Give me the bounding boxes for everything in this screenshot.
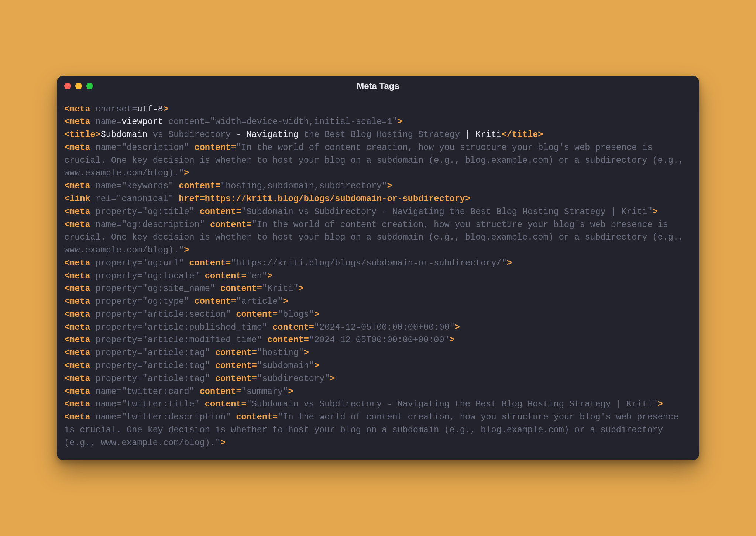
code-token: = [116, 386, 121, 396]
code-token: utf-8 [137, 104, 163, 114]
code-token: "keywords" [121, 181, 173, 191]
code-token: name [96, 220, 116, 230]
code-token: "2024-12-05T00:00:00+00:00" [309, 335, 450, 345]
code-token: <meta [64, 322, 96, 332]
code-token: content [184, 258, 226, 268]
code-line: <meta name="description" content="In the… [64, 141, 692, 180]
code-token: name [96, 412, 116, 422]
code-token: content [173, 181, 215, 191]
code-token: content [210, 348, 252, 358]
code-token: <meta [64, 296, 96, 306]
code-token: <meta [64, 142, 96, 152]
code-token: <meta [64, 181, 96, 191]
code-token: property [96, 374, 137, 384]
code-token: "twitter:title" [121, 399, 200, 409]
code-token: "twitter:description" [121, 412, 231, 422]
code-token: content [163, 117, 205, 127]
code-token: "og:site_name" [142, 284, 215, 293]
code-line: <meta name="keywords" content="hosting,s… [64, 180, 692, 193]
code-window: Meta Tags <meta charset=utf-8><meta name… [57, 76, 699, 461]
code-token: = [137, 207, 142, 217]
code-token: property [96, 309, 137, 319]
code-token: <meta [64, 335, 96, 345]
code-token: = [272, 412, 278, 422]
code-token: = [241, 271, 247, 281]
code-token: = [137, 271, 142, 281]
code-line: <meta property="article:tag" content="su… [64, 360, 692, 372]
code-token: "article:published_time" [142, 322, 267, 332]
code-token: content [231, 309, 272, 319]
code-token: > [184, 168, 189, 178]
code-token: "article:section" [142, 309, 231, 319]
code-token: <meta [64, 361, 96, 371]
code-token: content [267, 322, 309, 332]
code-line: <meta property="og:title" content="Subdo… [64, 206, 692, 219]
code-token: content [200, 271, 241, 281]
code-token: = [137, 361, 142, 371]
code-token: <title> [64, 130, 101, 140]
code-token: <meta [64, 117, 96, 127]
code-token: | [460, 130, 475, 140]
code-token: "article:modified_time" [142, 335, 262, 345]
code-token: <meta [64, 104, 96, 114]
code-token: "article:tag" [142, 348, 210, 358]
code-token: = [252, 374, 257, 384]
code-token: property [96, 322, 137, 332]
code-line: <meta property="og:type" content="articl… [64, 295, 692, 308]
code-token: "description" [121, 142, 189, 152]
code-token: = [236, 207, 241, 217]
code-token: > [283, 296, 288, 306]
code-token: "og:description" [121, 220, 205, 230]
code-token: Subdomain [101, 130, 148, 140]
code-token: "hosting,subdomain,subdirectory" [220, 181, 387, 191]
code-token: content [231, 412, 272, 422]
code-line: <meta property="article:published_time" … [64, 321, 692, 334]
code-token: "https://kriti.blog/blogs/subdomain-or-s… [231, 258, 506, 268]
code-token: = [200, 194, 205, 204]
code-token: = [116, 117, 121, 127]
code-token: https://kriti.blog/blogs/subdomain-or-su… [205, 194, 465, 204]
code-token: <meta [64, 374, 96, 384]
code-token: = [309, 322, 314, 332]
code-token: "og:title" [142, 207, 195, 217]
code-token: = [137, 322, 142, 332]
minimize-icon[interactable] [75, 83, 82, 89]
code-line: <meta property="article:tag" content="ho… [64, 347, 692, 360]
code-line: <meta name="twitter:description" content… [64, 411, 692, 449]
close-icon[interactable] [64, 83, 71, 89]
code-token: the Best Blog Hosting Strategy [299, 130, 460, 140]
code-token: name [96, 142, 116, 152]
code-token: content [189, 142, 231, 152]
code-line: <meta property="og:url" content="https:/… [64, 257, 692, 270]
code-token: "article" [236, 296, 283, 306]
code-token: </title> [502, 130, 543, 140]
code-token: = [116, 142, 121, 152]
code-token: "hosting" [257, 348, 304, 358]
code-token: Kriti [475, 130, 502, 140]
code-token: = [116, 181, 121, 191]
code-token: property [96, 348, 137, 358]
code-token: = [252, 348, 257, 358]
code-token: > [288, 386, 293, 396]
code-token: "en" [247, 271, 267, 281]
code-token: = [272, 309, 278, 319]
code-token: name [96, 386, 116, 396]
code-token: content [200, 399, 241, 409]
code-token: <meta [64, 271, 96, 281]
code-line: <meta name="twitter:card" content="summa… [64, 385, 692, 398]
code-token: content [210, 361, 252, 371]
code-token: "summary" [241, 386, 288, 396]
code-token: = [231, 142, 236, 152]
code-token: = [116, 412, 121, 422]
code-token: property [96, 271, 137, 281]
code-token: > [220, 438, 226, 448]
code-line: <meta property="article:section" content… [64, 308, 692, 321]
code-token: "Subdomain vs Subdirectory - Navigating … [241, 207, 653, 217]
code-token: = [231, 296, 236, 306]
code-token: = [257, 284, 262, 293]
code-token: content [189, 296, 231, 306]
code-token: "blogs" [278, 309, 314, 319]
code-token: vs Subdirectory [148, 130, 231, 140]
zoom-icon[interactable] [86, 83, 93, 89]
code-token: = [137, 348, 142, 358]
